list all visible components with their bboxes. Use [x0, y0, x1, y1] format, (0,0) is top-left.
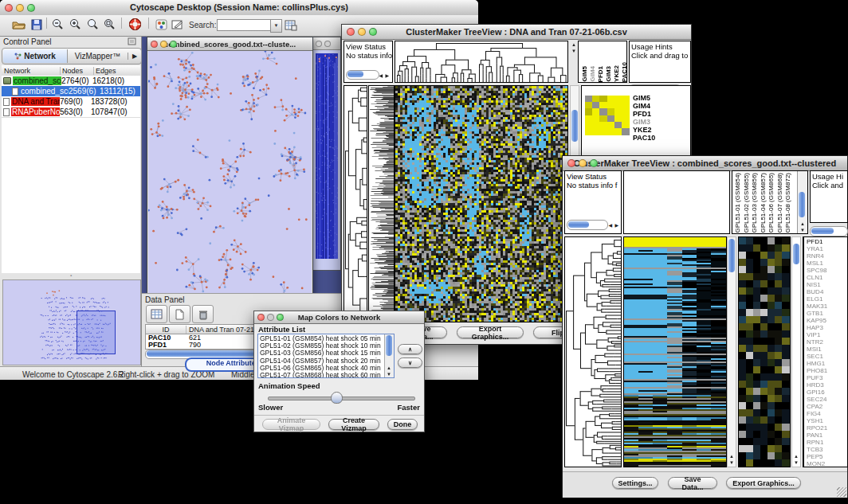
zoom-window-icon[interactable] — [27, 4, 35, 12]
move-up-button[interactable]: ∧ — [398, 344, 422, 354]
attribute-table-icon[interactable] — [284, 18, 298, 31]
network-canvas[interactable] — [148, 51, 312, 298]
scroll-right-icon[interactable]: ▶ — [385, 73, 389, 78]
search-input[interactable] — [217, 19, 271, 31]
gene-label[interactable]: PEP5 — [807, 453, 847, 460]
zoom-in-icon[interactable] — [68, 18, 82, 31]
tv2-column-labels[interactable]: GPL51-01 (GSM854)GPL51-02 (GSM855)GPL51-… — [732, 170, 808, 234]
gene-label[interactable]: GPI16 — [807, 389, 847, 396]
scroll-right-icon[interactable]: ▶ — [614, 223, 618, 228]
id-col-header[interactable]: ID — [146, 326, 186, 334]
gene-label[interactable]: MSL1 — [807, 260, 847, 267]
col-network[interactable]: Network — [2, 67, 60, 75]
gene-label[interactable]: TCB3 — [807, 446, 847, 453]
tv2-row-dendrogram[interactable] — [564, 236, 622, 467]
help-ring-icon[interactable] — [128, 18, 142, 30]
gene-label[interactable]: CLN1 — [807, 274, 847, 281]
col-edges[interactable]: Edges — [93, 67, 145, 75]
gene-label[interactable]: PHO81 — [807, 367, 847, 374]
tv1-correlation-matrix[interactable] — [585, 96, 631, 137]
network-row[interactable]: RNAPuberNov2+ 563(0) 107847(0) — [2, 107, 140, 117]
background-network-window[interactable] — [312, 37, 341, 271]
close-icon[interactable] — [5, 4, 13, 12]
gene-label[interactable]: PAN1 — [807, 432, 847, 439]
gene-label[interactable]: PUF3 — [807, 374, 847, 381]
zoom-window-icon[interactable] — [369, 28, 377, 36]
tab-network[interactable]: Network — [3, 49, 68, 63]
zoom-fit-icon[interactable] — [102, 18, 116, 31]
network-row[interactable]: combined_sco 2569(6) 13112(15) — [2, 86, 140, 96]
delete-attribute-icon[interactable] — [192, 305, 214, 323]
gene-label[interactable]: HRD3 — [807, 381, 847, 389]
tv1-gene-list[interactable]: GIM5GIM4PFD1GIM3YKE2PAC10 — [633, 94, 655, 142]
gene-label[interactable]: HAP3 — [807, 324, 847, 331]
tv1-col-scroll-arrows[interactable]: ▲ ▼ — [570, 41, 578, 83]
gene-label[interactable]: RNR4 — [807, 252, 847, 260]
attribute-listbox[interactable]: GPL51-01 (GSM854) heat shock 05 minGPL51… — [257, 334, 395, 378]
tv1-heatmap[interactable] — [395, 85, 568, 322]
birdseye-view[interactable] — [2, 279, 141, 365]
window-controls[interactable] — [5, 4, 35, 12]
network-row[interactable]: combined_scores 2764(0) 16218(0) — [2, 76, 140, 86]
gene-label[interactable]: MON2 — [807, 460, 847, 467]
col-labels-vscrollbar[interactable]: ▲ ▼ — [797, 171, 807, 233]
save-icon[interactable] — [29, 18, 44, 31]
gene-label[interactable]: PAC10 — [633, 134, 655, 142]
gene-label[interactable]: RPO21 — [807, 424, 847, 432]
gene-label[interactable]: NTR2 — [807, 338, 847, 346]
annotation-icon[interactable] — [170, 18, 184, 31]
speed-slider-thumb[interactable] — [331, 392, 343, 404]
network-table-header[interactable]: Network Nodes Edges — [2, 65, 140, 76]
export-graphics-button[interactable]: Export Graphics... — [457, 326, 524, 338]
attribute-item[interactable]: GPL51-07 (GSM868) heat shock 60 min — [258, 372, 394, 378]
gene-label[interactable]: ELG1 — [807, 295, 847, 303]
create-vizmap-button[interactable]: Create Vizmap — [328, 419, 379, 430]
gene-label[interactable]: RPN1 — [807, 439, 847, 446]
search-dropdown-icon[interactable]: ▼ — [270, 19, 282, 33]
zoom-window-icon[interactable] — [277, 314, 284, 321]
network-row[interactable]: DNA and Tran 07 769(0) 183728(0) — [2, 96, 140, 107]
save-data-button[interactable]: Save Data... — [668, 477, 717, 489]
view-status-hscrollbar[interactable] — [567, 220, 608, 230]
tv2-vscrollbar[interactable]: ▲ ▼ — [727, 236, 736, 467]
tv1-row-dendrogram-dense[interactable] — [368, 85, 395, 322]
gene-label[interactable]: YRA1 — [807, 245, 847, 252]
minimize-icon[interactable] — [358, 28, 366, 36]
tv2-heatmap[interactable] — [623, 236, 727, 467]
minimize-icon[interactable] — [16, 4, 24, 12]
listbox-vscrollbar[interactable]: ▲ ▼ — [384, 334, 394, 377]
gene-label[interactable]: HMG1 — [807, 360, 847, 367]
zoom-selected-icon[interactable] — [85, 18, 100, 31]
scroll-left-icon[interactable]: ◀ — [608, 223, 612, 228]
gene-label[interactable]: MSI1 — [807, 346, 847, 353]
minimize-icon[interactable] — [160, 41, 167, 48]
float-panel-icon[interactable] — [126, 37, 137, 46]
gene-label[interactable]: YSH1 — [807, 417, 847, 424]
main-titlebar[interactable]: Cytoscape Desktop (Session Name: collins… — [0, 0, 478, 16]
col-nodes[interactable]: Nodes — [60, 67, 93, 75]
gene-label[interactable]: SPC98 — [807, 267, 847, 274]
more-tabs-icon[interactable]: ▶ — [128, 53, 141, 60]
tab-vizmapper[interactable]: VizMapper™ — [68, 52, 128, 61]
gene-label[interactable]: GIM4 — [633, 102, 655, 110]
vizmap-nodes-icon[interactable] — [154, 18, 168, 31]
panel-splitter[interactable]: ▪ — [2, 273, 140, 279]
new-attribute-icon[interactable] — [169, 305, 190, 323]
move-down-button[interactable]: ∨ — [398, 357, 422, 368]
settings-button[interactable]: Settings... — [612, 477, 658, 489]
gene-label[interactable]: VIP1 — [807, 331, 847, 338]
tv1-row-dendrogram[interactable] — [344, 85, 367, 322]
gene-label[interactable]: CPA2 — [807, 403, 847, 410]
tv1-column-dendrogram[interactable] — [395, 41, 568, 83]
gene-label[interactable]: FIG4 — [807, 410, 847, 417]
gene-label[interactable]: GIM3 — [633, 118, 655, 126]
resize-grip[interactable] — [837, 487, 846, 497]
open-folder-icon[interactable] — [11, 18, 26, 31]
tv2-detail-vscrollbar[interactable]: ▲ ▼ — [791, 236, 801, 467]
close-icon[interactable] — [257, 314, 265, 321]
view-status-hscrollbar[interactable] — [346, 70, 379, 80]
tv1-column-labels[interactable]: GIM5GIM4PFD1GIM3YKE2PAC10 — [578, 41, 627, 83]
tv2-right-hscrollbar[interactable] — [810, 226, 848, 236]
gene-label[interactable]: PFD1 — [807, 238, 847, 245]
minimize-icon[interactable] — [267, 314, 274, 321]
